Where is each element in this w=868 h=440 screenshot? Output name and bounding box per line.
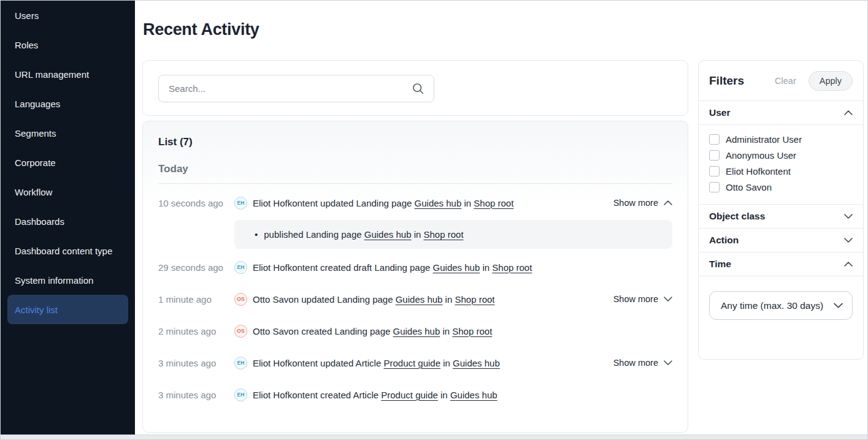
sidebar-item-label: Languages xyxy=(15,99,60,109)
activity-message: Otto Savon created Landing page Guides h… xyxy=(253,326,492,336)
entity-link[interactable]: Guides hub xyxy=(364,229,412,240)
chevron-down-icon xyxy=(844,214,853,219)
user-avatar: EH xyxy=(234,389,247,401)
sidebar-item-segments[interactable]: Segments xyxy=(7,118,128,148)
entity-link[interactable]: Shop root xyxy=(474,198,513,208)
sidebar-item-users[interactable]: Users xyxy=(7,1,128,30)
filter-section-header[interactable]: Time xyxy=(699,252,863,276)
entity-link[interactable]: Product guide xyxy=(383,358,440,368)
sidebar-item-url-management[interactable]: URL management xyxy=(7,59,128,89)
chevron-up-icon xyxy=(844,110,853,115)
chevron-down-icon xyxy=(844,238,853,243)
sidebar-item-roles[interactable]: Roles xyxy=(7,30,128,59)
bullet-icon: • xyxy=(255,229,258,240)
filter-checkbox-item[interactable]: Administrator User xyxy=(709,134,853,145)
sidebar-item-languages[interactable]: Languages xyxy=(7,89,128,118)
user-filter-options: Administrator User Anonymous User Eliot … xyxy=(699,124,863,204)
entity-link[interactable]: Guides hub xyxy=(393,326,440,336)
search-input[interactable] xyxy=(169,83,412,94)
user-avatar: EH xyxy=(234,357,247,370)
chevron-up-icon xyxy=(844,262,853,267)
chevron-up-icon xyxy=(664,200,672,205)
filters-title: Filters xyxy=(709,74,775,88)
sidebar-item-label: Dashboard content type xyxy=(15,246,112,256)
filter-checkbox-item[interactable]: Otto Savon xyxy=(709,182,853,192)
sidebar-item-label: System information xyxy=(15,275,93,286)
filter-section-label: User xyxy=(709,107,730,118)
activity-message: Eliot Hofkontent updated Article Product… xyxy=(253,358,500,368)
filters-panel: Filters Clear Apply User Administrator U… xyxy=(698,60,864,360)
filter-section-user: User Administrator User Anonymous User E… xyxy=(699,101,863,204)
filter-section-header[interactable]: Object class xyxy=(699,204,863,228)
sidebar-item-corporate[interactable]: Corporate xyxy=(7,148,128,177)
activity-timestamp: 3 minutes ago xyxy=(158,358,234,368)
show-more-label: Show more xyxy=(613,294,658,304)
activity-message: Otto Savon updated Landing page Guides h… xyxy=(253,294,495,305)
activity-timestamp: 1 minute ago xyxy=(158,294,234,305)
clear-filters-button[interactable]: Clear xyxy=(775,76,796,86)
show-more-button[interactable]: Show more xyxy=(613,358,672,368)
activity-timestamp: 2 minutes ago xyxy=(158,326,234,336)
entity-link[interactable]: Guides hub xyxy=(450,390,497,400)
checkbox-label: Anonymous User xyxy=(726,150,796,161)
chevron-down-icon xyxy=(834,303,843,308)
show-more-button[interactable]: Show more xyxy=(613,198,672,208)
checkbox-label: Otto Savon xyxy=(726,182,772,192)
activity-rows: 10 seconds ago EH Eliot Hofkontent updat… xyxy=(158,187,672,411)
activity-message: Eliot Hofkontent updated Landing page Gu… xyxy=(253,198,513,208)
sidebar-item-label: Roles xyxy=(15,40,38,50)
checkbox-label: Eliot Hofkontent xyxy=(726,166,791,176)
checkbox[interactable] xyxy=(709,166,720,176)
filter-section-header[interactable]: Action xyxy=(699,228,863,252)
user-avatar: EH xyxy=(234,197,247,210)
entity-link[interactable]: Shop root xyxy=(424,229,464,240)
sidebar-item-dashboards[interactable]: Dashboards xyxy=(7,207,128,236)
filter-section-label: Action xyxy=(709,235,739,246)
checkbox[interactable] xyxy=(709,150,720,161)
entity-link[interactable]: Guides hub xyxy=(453,358,500,368)
entity-link[interactable]: Product guide xyxy=(381,390,438,400)
activity-row: 10 seconds ago EH Eliot Hofkontent updat… xyxy=(158,187,672,219)
sidebar-item-system-information[interactable]: System information xyxy=(7,265,128,295)
sidebar-item-activity-list[interactable]: Activity list xyxy=(7,295,128,324)
entity-link[interactable]: Shop root xyxy=(492,262,532,273)
entity-link[interactable]: Guides hub xyxy=(433,262,480,273)
filter-checkbox-item[interactable]: Anonymous User xyxy=(709,150,853,161)
sidebar-item-workflow[interactable]: Workflow xyxy=(7,177,128,207)
filter-sections: User Administrator User Anonymous User E… xyxy=(699,101,863,335)
chevron-down-icon xyxy=(664,297,672,302)
sidebar-item-label: Dashboards xyxy=(15,216,64,227)
time-range-value: Any time (max. 30 days) xyxy=(721,300,823,311)
apply-filters-button[interactable]: Apply xyxy=(808,71,853,91)
entity-link[interactable]: Guides hub xyxy=(415,198,462,208)
user-avatar: OS xyxy=(234,325,247,338)
activity-page: { "sidebar": { "items": [ { "label": "Us… xyxy=(0,0,868,440)
chevron-down-icon xyxy=(664,360,672,365)
time-range-dropdown[interactable]: Any time (max. 30 days) xyxy=(709,291,853,320)
day-group-label: Today xyxy=(158,163,672,175)
sidebar-item-dashboard-content-type[interactable]: Dashboard content type xyxy=(7,236,128,265)
entity-link[interactable]: Guides hub xyxy=(396,294,443,305)
window-bottom-edge xyxy=(1,434,867,439)
filter-section-action: Action xyxy=(699,228,863,252)
search-card xyxy=(142,60,688,116)
activity-message: Eliot Hofkontent created draft Landing p… xyxy=(253,262,532,273)
sidebar-item-label: Activity list xyxy=(15,305,58,315)
filter-checkbox-item[interactable]: Eliot Hofkontent xyxy=(709,166,853,176)
filter-section-header[interactable]: User xyxy=(699,101,863,124)
activity-row: 1 minute ago OS Otto Savon updated Landi… xyxy=(158,283,672,315)
checkbox[interactable] xyxy=(709,134,720,145)
entity-link[interactable]: Shop root xyxy=(455,294,494,305)
activity-message: Eliot Hofkontent created Article Product… xyxy=(253,390,497,400)
sidebar-item-label: Users xyxy=(15,10,39,21)
show-more-button[interactable]: Show more xyxy=(613,294,672,304)
checkbox[interactable] xyxy=(709,182,720,192)
search-box xyxy=(158,75,434,102)
search-icon[interactable] xyxy=(412,83,424,94)
filter-section-object-class: Object class xyxy=(699,204,863,228)
activity-timestamp: 3 minutes ago xyxy=(158,390,234,400)
filters-header: Filters Clear Apply xyxy=(699,61,863,101)
activity-detail: • published Landing page Guides hub in S… xyxy=(234,220,672,249)
detail-message: published Landing page Guides hub in Sho… xyxy=(264,229,463,240)
entity-link[interactable]: Shop root xyxy=(452,326,492,336)
